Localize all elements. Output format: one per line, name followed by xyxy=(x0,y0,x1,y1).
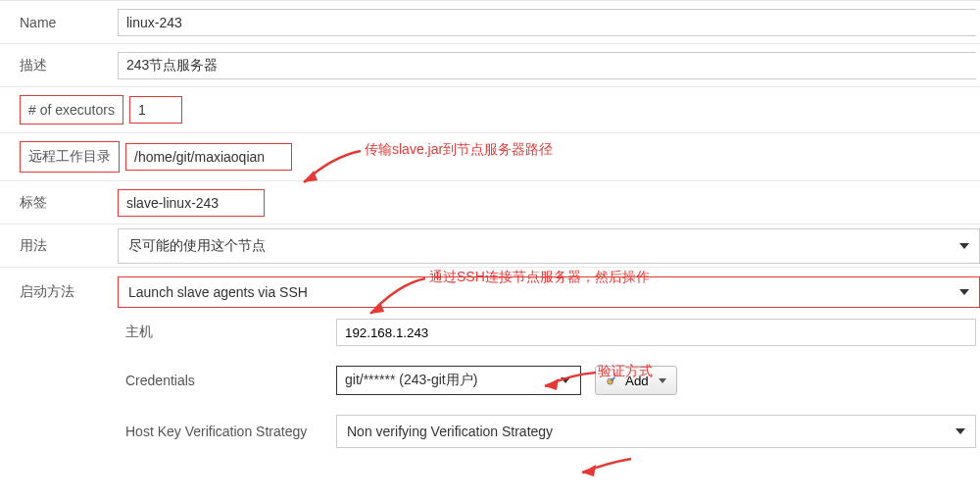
desc-label: 描述 xyxy=(0,49,118,82)
hkvs-label: Host Key Verification Strategy xyxy=(125,424,336,439)
add-button-label: Add xyxy=(625,374,649,388)
host-input[interactable] xyxy=(336,319,976,346)
usage-select[interactable]: 尽可能的使用这个节点 xyxy=(118,228,980,264)
launch-label: 启动方法 xyxy=(0,275,118,309)
svg-marker-6 xyxy=(582,465,596,476)
executors-input[interactable] xyxy=(129,96,182,124)
remote-dir-label: 远程工作目录 xyxy=(0,133,125,180)
remote-dir-input[interactable] xyxy=(125,143,292,171)
name-label: Name xyxy=(0,7,118,38)
host-label: 主机 xyxy=(125,324,336,341)
launch-method-select[interactable]: Launch slave agents via SSH xyxy=(118,276,980,308)
svg-rect-2 xyxy=(614,375,616,376)
chevron-down-icon xyxy=(659,378,666,383)
credentials-label: Credentials xyxy=(125,373,336,388)
launch-method-value: Launch slave agents via SSH xyxy=(128,284,308,300)
chevron-down-icon xyxy=(956,428,965,434)
executors-label: # of executors xyxy=(0,87,129,132)
executors-label-box: # of executors xyxy=(20,95,123,125)
usage-label: 用法 xyxy=(0,229,118,263)
desc-input[interactable] xyxy=(118,52,976,79)
remote-dir-label-box: 远程工作目录 xyxy=(20,141,120,173)
usage-select-value: 尽可能的使用这个节点 xyxy=(128,237,266,255)
credentials-value: git/****** (243-git用户) xyxy=(345,372,477,389)
credentials-select[interactable]: git/****** (243-git用户) xyxy=(336,366,581,395)
name-input[interactable] xyxy=(118,9,976,36)
tags-input[interactable] xyxy=(118,189,265,217)
chevron-down-icon xyxy=(959,243,969,249)
tags-label: 标签 xyxy=(0,186,118,220)
hkvs-value: Non verifying Verification Strategy xyxy=(347,424,553,439)
arrow-annotation-3b xyxy=(576,455,635,480)
hkvs-select[interactable]: Non verifying Verification Strategy xyxy=(336,415,976,448)
chevron-down-icon xyxy=(959,289,969,295)
add-credentials-button[interactable]: Add xyxy=(595,366,677,395)
key-icon xyxy=(606,374,619,387)
chevron-down-icon xyxy=(561,377,570,383)
